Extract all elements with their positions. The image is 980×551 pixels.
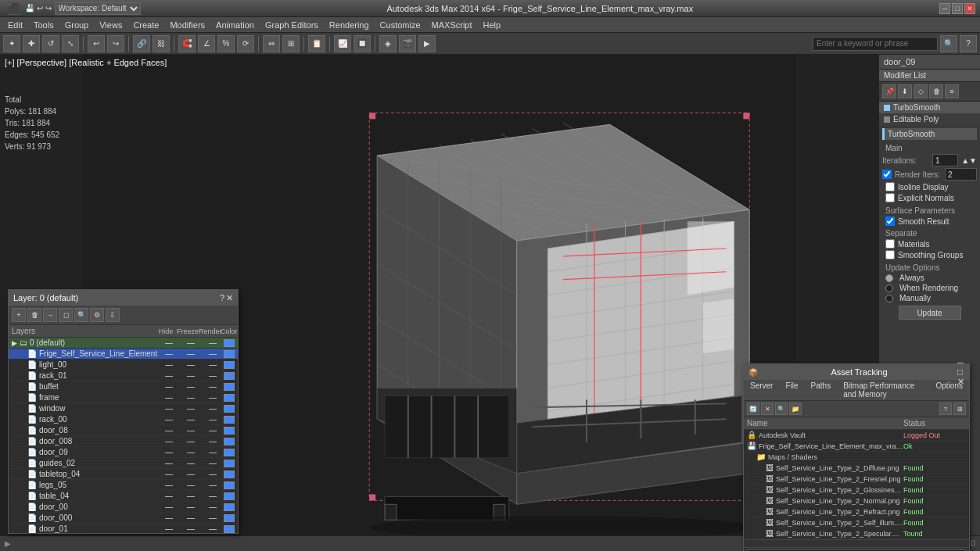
maximize-button[interactable]: □ [952, 3, 963, 14]
layer-color-swatch[interactable] [224, 492, 235, 500]
asset-row[interactable]: 🖼 Self_Service_Line_Type_2_Normal.png Fo… [744, 496, 969, 506]
layer-color-swatch[interactable] [224, 372, 235, 380]
layer-hide-toggle[interactable]: — [158, 470, 180, 478]
asset-row[interactable]: 🖼 Self_Service_Line_Type_2_Diffuse.png F… [744, 463, 969, 474]
asset-row[interactable]: 🔒 Autodesk Vault Logged Out [744, 430, 969, 441]
asset-row[interactable]: 🖼 Self_Service_Line_Type_2_Specular.png … [744, 528, 969, 539]
layer-color-swatch[interactable] [224, 339, 235, 347]
menu-create[interactable]: Create [128, 19, 163, 31]
menu-modifiers[interactable]: Modifiers [165, 19, 210, 31]
asset-remove-btn[interactable]: ✕ [761, 403, 774, 415]
workspace-selector[interactable]: Workspace: Default [55, 2, 141, 15]
iter-arrows[interactable]: ▲▼ [961, 156, 977, 165]
layer-freeze-toggle[interactable]: — [180, 437, 202, 445]
layer-hide-toggle[interactable]: — [158, 415, 180, 424]
asset-panel-titlebar[interactable]: 📦 Asset Tracking ─ □ ✕ [744, 364, 969, 380]
explicit-normals-check[interactable] [885, 193, 895, 202]
layer-freeze-toggle[interactable]: — [180, 426, 202, 435]
layer-color-swatch[interactable] [224, 449, 235, 456]
layer-freeze-toggle[interactable]: — [180, 393, 202, 402]
render-iters-input[interactable] [945, 168, 977, 181]
when-rendering-radio[interactable] [885, 284, 893, 292]
layer-render-toggle[interactable]: — [202, 459, 224, 467]
smooth-result-check[interactable] [885, 216, 895, 226]
render-frame-btn[interactable]: ▶ [418, 35, 436, 52]
asset-row[interactable]: 💾 Frige_Self_Service_Line_Element_max_vr… [744, 441, 969, 452]
mirror-btn[interactable]: ⇔ [263, 35, 280, 52]
layer-row[interactable]: 📄 light_00 — — — [9, 360, 238, 370]
layer-hide-toggle[interactable]: — [158, 524, 180, 533]
layer-row[interactable]: 📄 door_08 — — — [9, 425, 238, 436]
layers-close-btn[interactable]: ✕ [226, 293, 233, 303]
layer-freeze-toggle[interactable]: — [180, 448, 202, 456]
menu-customize[interactable]: Customize [375, 19, 425, 31]
asset-menu-bitmap[interactable]: Bitmap Performance and Memory [837, 380, 929, 400]
layer-freeze-toggle[interactable]: — [180, 349, 202, 358]
smoothing-groups-check[interactable] [885, 250, 895, 259]
layer-freeze-toggle[interactable]: — [180, 492, 202, 500]
menu-edit[interactable]: Edit [3, 19, 27, 31]
spinner-snap-btn[interactable]: ⟳ [237, 35, 254, 52]
minimize-button[interactable]: ─ [939, 3, 950, 14]
layer-render-toggle[interactable]: — [202, 415, 224, 424]
link-btn[interactable]: 🔗 [133, 35, 150, 52]
layer-color-swatch[interactable] [224, 438, 235, 445]
layer-hide-toggle[interactable]: — [158, 503, 180, 511]
layers-panel-controls[interactable]: ? ✕ [220, 293, 233, 303]
layer-row[interactable]: 📄 table_04 — — — [9, 491, 238, 502]
always-radio[interactable] [885, 274, 893, 282]
snap-btn[interactable]: 🧲 [178, 35, 196, 52]
layer-hide-toggle[interactable]: — [158, 448, 180, 456]
layer-row[interactable]: 📄 door_09 — — — [9, 447, 238, 458]
undo-btn[interactable]: ↩ [88, 35, 105, 52]
layer-freeze-toggle[interactable]: — [180, 415, 202, 424]
rotate-btn[interactable]: ↺ [42, 35, 59, 52]
update-button[interactable]: Update [899, 306, 961, 320]
layer-row[interactable]: 📄 buffet — — — [9, 381, 238, 392]
layer-render-toggle[interactable]: — [202, 393, 224, 402]
layer-hide-toggle[interactable]: — [158, 513, 180, 522]
layers-minimize-btn[interactable]: ? [220, 293, 224, 303]
show-end-btn[interactable]: ⬇ [898, 84, 912, 98]
layer-color-swatch[interactable] [224, 460, 235, 467]
layer-hide-toggle[interactable]: — [158, 492, 180, 500]
layer-render-toggle[interactable]: — [202, 492, 224, 500]
layer-row[interactable]: 📄 rack_00 — — — [9, 414, 238, 425]
layer-row[interactable]: 📄 door_008 — — — [9, 436, 238, 447]
layer-color-swatch[interactable] [224, 427, 235, 435]
menu-views[interactable]: Views [95, 19, 127, 31]
angle-snap-btn[interactable]: ∠ [198, 35, 215, 52]
asset-row[interactable]: 🖼 Self_Service_Line_Type_2_Glossiness.pn… [744, 485, 969, 496]
scale-btn[interactable]: ⤡ [62, 35, 79, 52]
layer-render-toggle[interactable]: — [202, 360, 224, 369]
layer-row[interactable]: 📄 frame — — — [9, 392, 238, 403]
layer-freeze-toggle[interactable]: — [180, 524, 202, 533]
layer-render-toggle[interactable]: — [202, 524, 224, 533]
layer-freeze-toggle[interactable]: — [180, 404, 202, 413]
layer-freeze-toggle[interactable]: — [180, 503, 202, 511]
asset-scrollbar[interactable] [744, 539, 969, 547]
configure-btn[interactable]: ≡ [945, 84, 959, 98]
iterations-input[interactable] [932, 154, 958, 166]
asset-row[interactable]: 📁 Maps / Shaders [744, 452, 969, 463]
percent-snap-btn[interactable]: % [217, 35, 235, 52]
layer-render-toggle[interactable]: — [202, 513, 224, 522]
layer-row[interactable]: 📄 guides_02 — — — [9, 458, 238, 469]
layer-freeze-toggle[interactable]: — [180, 470, 202, 478]
render-setup-btn[interactable]: 🎬 [399, 35, 416, 52]
asset-help-btn[interactable]: ? [939, 403, 952, 415]
layer-render-toggle[interactable]: — [202, 437, 224, 445]
layer-render-toggle[interactable]: — [202, 382, 224, 391]
window-controls[interactable]: ─ □ ✕ [939, 3, 975, 14]
layer-color-swatch[interactable] [224, 416, 235, 424]
layer-render-toggle[interactable]: — [202, 371, 224, 380]
layer-row[interactable]: 📄 Frige_Self_Service_Line_Element — — — [9, 349, 238, 360]
layer-render-toggle[interactable]: — [202, 404, 224, 413]
modifier-turbosmooth[interactable]: TurboSmooth [879, 102, 980, 113]
layer-row[interactable]: 📄 window — — — [9, 403, 238, 414]
layer-color-swatch[interactable] [224, 525, 235, 533]
layer-color-swatch[interactable] [224, 470, 235, 478]
add-to-layer-btn[interactable]: → [43, 308, 57, 322]
layer-render-toggle[interactable]: — [202, 470, 224, 478]
layer-hide-toggle[interactable]: — [158, 404, 180, 413]
